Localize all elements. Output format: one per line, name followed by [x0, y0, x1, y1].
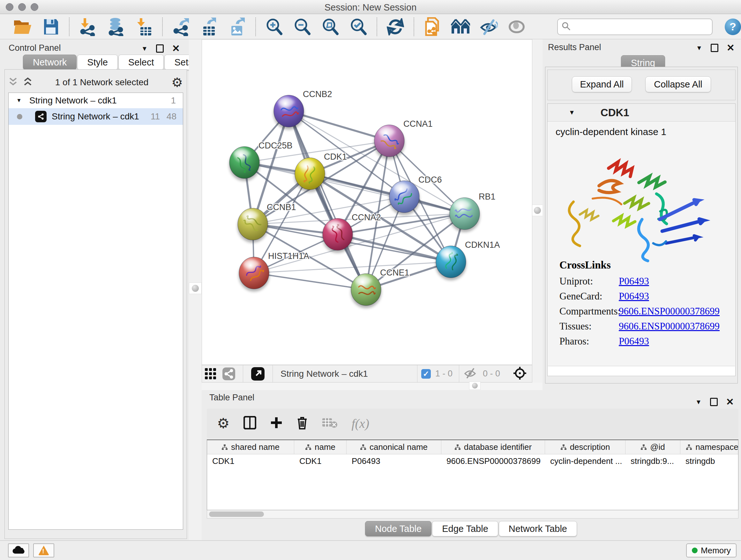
- zoom-fit-button[interactable]: [320, 17, 340, 37]
- node-label-CDC25B: CDC25B: [259, 141, 293, 150]
- crosslink-label: Uniprot:: [559, 275, 619, 291]
- import-table-file-button[interactable]: [134, 17, 154, 37]
- column-header-name[interactable]: name: [294, 440, 347, 454]
- help-button[interactable]: ?: [725, 18, 741, 35]
- protein-results-scroll[interactable]: ▼ CDK1 cyclin-dependent kinase 1: [547, 104, 736, 376]
- warnings-button[interactable]: [33, 543, 54, 557]
- float-panel-button[interactable]: ▼: [696, 44, 702, 52]
- column-header-@id[interactable]: @id: [625, 440, 680, 454]
- expand-all-networks-icon[interactable]: [23, 77, 32, 88]
- protein-section-header[interactable]: ▼ CDK1: [548, 104, 735, 122]
- horizontal-splitter-handle[interactable]: [469, 381, 481, 390]
- section-collapse-icon[interactable]: ▼: [569, 109, 575, 116]
- network-canvas[interactable]: CCNB2CCNA1CDC25BCDK1CDC6RB1CCNB1CCNA2CDK…: [202, 39, 532, 365]
- network-collection-row[interactable]: ▼ String Network – cdk1 1: [9, 93, 183, 108]
- column-header-namespace[interactable]: namespace: [680, 440, 738, 454]
- crosslink-label: Tissues:: [559, 320, 619, 335]
- float-panel-button[interactable]: ▼: [141, 45, 148, 52]
- node-CDC25B[interactable]: [229, 146, 260, 181]
- global-search-field[interactable]: [557, 18, 713, 35]
- crosslinks-title: CrossLinks: [559, 259, 720, 271]
- crosslink-value-link[interactable]: P06493: [619, 291, 649, 306]
- network-row[interactable]: String Network – cdk1 11 48: [9, 108, 183, 125]
- node-CCNB2[interactable]: [273, 95, 304, 130]
- memory-button[interactable]: Memory: [686, 543, 737, 557]
- tab-select[interactable]: Select: [118, 55, 164, 70]
- network-badge-icon[interactable]: [219, 364, 239, 384]
- selected-indicator-checkbox[interactable]: ✓: [421, 369, 431, 379]
- node-RB1[interactable]: [449, 198, 480, 232]
- node-CCNA2[interactable]: [322, 219, 353, 253]
- birds-eye-view-icon[interactable]: [513, 366, 527, 381]
- tab-network[interactable]: Network: [23, 55, 77, 70]
- zoom-selected-button[interactable]: [348, 17, 368, 37]
- close-panel-button[interactable]: ✕: [172, 44, 180, 53]
- table-row[interactable]: CDK1CDK1P064939606.ENSP00000378699cyclin…: [207, 454, 738, 468]
- node-CCNA1[interactable]: [374, 125, 405, 159]
- table-horizontal-scrollbar[interactable]: [207, 510, 738, 518]
- node-CCNE1[interactable]: [351, 273, 381, 308]
- grid-view-icon[interactable]: [202, 364, 219, 384]
- tab-edge-table[interactable]: Edge Table: [432, 521, 498, 537]
- right-splitter-handle[interactable]: [531, 205, 544, 216]
- collapse-all-networks-icon[interactable]: [9, 77, 17, 88]
- column-header-description[interactable]: description: [545, 440, 625, 454]
- crosslink-value-link[interactable]: 9606.ENSP00000378699: [619, 320, 720, 335]
- crosslink-value-link[interactable]: P06493: [619, 335, 649, 351]
- export-table-icon: [201, 17, 217, 36]
- tab-network-table[interactable]: Network Table: [499, 521, 577, 537]
- export-table-button[interactable]: [199, 17, 219, 37]
- show-all-button[interactable]: [507, 17, 527, 37]
- collection-expand-icon[interactable]: ▼: [16, 98, 22, 104]
- refresh-view-button[interactable]: [386, 17, 405, 37]
- column-header-label: @id: [650, 442, 665, 452]
- collapse-all-button[interactable]: Collapse All: [645, 76, 711, 92]
- add-column-icon[interactable]: [270, 417, 282, 430]
- zoom-in-button[interactable]: [264, 17, 284, 37]
- left-splitter[interactable]: [189, 39, 202, 540]
- left-splitter-handle[interactable]: [189, 283, 202, 294]
- column-header-canonical-name[interactable]: canonical name: [347, 440, 441, 454]
- export-image-button[interactable]: [227, 17, 247, 37]
- node-HIST1H1A[interactable]: [239, 257, 269, 292]
- cloud-status-button[interactable]: [8, 543, 29, 557]
- maximize-panel-button[interactable]: [711, 44, 718, 52]
- network-node-count: 11: [151, 111, 160, 122]
- import-network-file-button[interactable]: [78, 17, 98, 37]
- import-network-database-button[interactable]: [106, 17, 126, 37]
- close-panel-button[interactable]: ✕: [726, 397, 734, 407]
- maximize-panel-button[interactable]: [710, 398, 718, 406]
- export-network-button[interactable]: [171, 17, 191, 37]
- tab-node-table[interactable]: Node Table: [365, 521, 431, 537]
- save-session-button[interactable]: [41, 17, 61, 37]
- column-header-database-identifier[interactable]: database identifier: [441, 440, 545, 454]
- tab-style[interactable]: Style: [77, 55, 118, 70]
- search-input[interactable]: [574, 22, 708, 32]
- node-table[interactable]: shared namenamecanonical namedatabase id…: [207, 439, 738, 510]
- node-CDKN1A[interactable]: [435, 246, 466, 280]
- delete-column-icon[interactable]: [296, 416, 308, 431]
- close-panel-button[interactable]: ✕: [727, 43, 735, 53]
- column-header-shared-name[interactable]: shared name: [207, 440, 294, 454]
- show-columns-icon[interactable]: [244, 416, 256, 431]
- gear-icon[interactable]: ⚙: [172, 76, 183, 89]
- scrollbar-thumb[interactable]: [209, 511, 264, 517]
- first-neighbors-button[interactable]: [451, 17, 470, 37]
- clone-network-button[interactable]: [422, 17, 442, 37]
- crosslink-value-link[interactable]: P06493: [619, 275, 649, 291]
- open-session-button[interactable]: [13, 17, 32, 37]
- expand-all-button[interactable]: Expand All: [572, 76, 632, 92]
- open-in-window-button[interactable]: [248, 364, 268, 384]
- maximize-panel-button[interactable]: [156, 44, 164, 53]
- right-splitter[interactable]: [532, 39, 542, 390]
- table-settings-gear-icon[interactable]: ⚙: [217, 416, 229, 430]
- node-CCNB1[interactable]: [238, 208, 268, 243]
- node-CDK1[interactable]: [294, 158, 325, 192]
- float-panel-button[interactable]: ▼: [695, 398, 702, 406]
- crosslink-value-link[interactable]: 9606.ENSP00000378699: [619, 306, 720, 320]
- node-CDC6[interactable]: [389, 181, 420, 215]
- hide-selected-button[interactable]: [479, 17, 498, 37]
- edge-HIST1H1A-CCNE1[interactable]: [254, 273, 366, 290]
- network-graph[interactable]: CCNB2CCNA1CDC25BCDK1CDC6RB1CCNB1CCNA2CDK…: [202, 40, 532, 365]
- zoom-out-button[interactable]: [292, 17, 312, 37]
